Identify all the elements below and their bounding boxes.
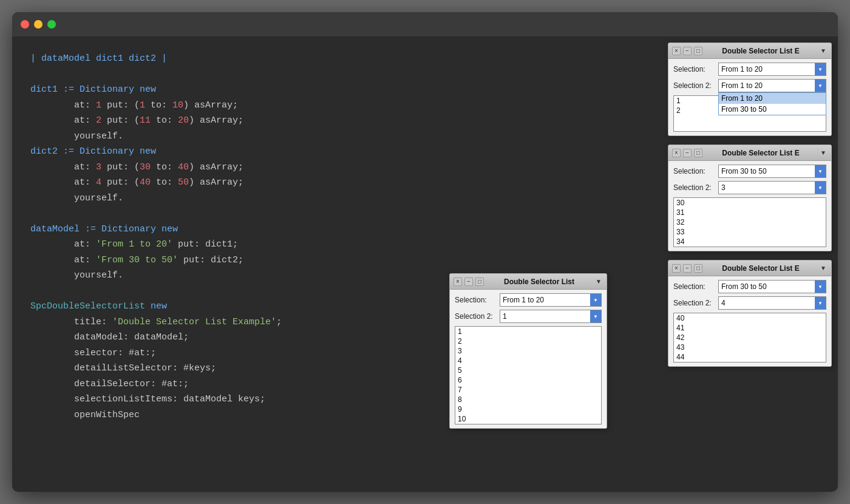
panel2-selection2-label: Selection 2:	[673, 183, 716, 192]
list-item[interactable]: 9	[455, 404, 601, 414]
panel1-restore-btn[interactable]: □	[694, 47, 702, 55]
code-line: at: 'From 1 to 20' put: dict1;	[30, 237, 650, 253]
panel3-selection-arrow[interactable]: ▼	[815, 281, 826, 293]
list-item[interactable]: 41	[674, 323, 826, 333]
main-panel-selection2-dropdown[interactable]: 1 ▼	[500, 310, 602, 323]
main-panel-close-btn[interactable]: ×	[454, 278, 462, 286]
code-line	[30, 206, 650, 222]
code-line	[30, 67, 650, 83]
main-panel-selection2-value: 1	[500, 312, 590, 321]
panel2-list[interactable]: 3031323334	[673, 197, 826, 247]
main-panel-minimize-btn[interactable]: −	[464, 278, 473, 286]
panel2-restore-btn[interactable]: □	[694, 149, 702, 157]
minimize-button[interactable]	[34, 20, 42, 29]
main-panel-dropdown-btn[interactable]: ▼	[594, 278, 603, 286]
main-panel-selection-dropdown[interactable]: From 1 to 20 ▼	[500, 293, 602, 307]
panel3-selection2-arrow[interactable]: ▼	[815, 297, 826, 309]
panel2-selection-dropdown[interactable]: From 30 to 50 ▼	[718, 165, 826, 178]
list-item[interactable]: 1	[455, 327, 601, 336]
content-area: | dataModel dict1 dict2 | dict1 := Dicti…	[12, 36, 838, 492]
list-item[interactable]: 8	[455, 395, 601, 404]
list-item[interactable]: 5	[455, 366, 601, 375]
panel2-title: Double Selector List E	[705, 149, 817, 157]
list-item[interactable]: 2	[455, 336, 601, 346]
panel1-selection2-value: From 1 to 20	[719, 81, 815, 90]
list-item[interactable]: 10	[455, 414, 601, 424]
panel1-dropdown-btn[interactable]: ▼	[819, 47, 828, 55]
panel3-title: Double Selector List E	[705, 264, 817, 273]
list-item[interactable]: 34	[674, 237, 826, 247]
panel1-selection-row: Selection: From 1 to 20 ▼	[673, 63, 826, 76]
panel1-open-dropdown[interactable]: From 1 to 20 From 30 to 50	[718, 92, 826, 115]
panel2-body: Selection: From 30 to 50 ▼ Selection 2: …	[668, 161, 831, 251]
code-line: at: 2 put: (11 to: 20) asArray;	[30, 113, 650, 129]
list-item[interactable]: 44	[674, 352, 826, 362]
list-item[interactable]: 40	[674, 313, 826, 323]
code-line: at: 4 put: (40 to: 50) asArray;	[30, 175, 650, 191]
list-item[interactable]: 7	[455, 385, 601, 395]
list-item[interactable]: 43	[674, 342, 826, 352]
panel2-dropdown-btn[interactable]: ▼	[819, 149, 828, 157]
panel1-close-btn[interactable]: ×	[672, 47, 681, 55]
panel2-minimize-btn[interactable]: −	[683, 149, 692, 157]
list-item[interactable]: 30	[674, 198, 826, 208]
panel2-selection2-row: Selection 2: 3 ▼	[673, 181, 826, 194]
panel2: × − □ Double Selector List E ▼ Selection…	[668, 145, 832, 251]
panel3-minimize-btn[interactable]: −	[683, 264, 692, 273]
panel2-selection2-dropdown[interactable]: 3 ▼	[718, 181, 826, 194]
panel3-selection-row: Selection: From 30 to 50 ▼	[673, 280, 826, 293]
panel2-selection2-value: 3	[719, 183, 815, 192]
panel1-selection2-dropdown[interactable]: From 1 to 20 ▼	[718, 79, 826, 92]
panel3-selection2-row: Selection 2: 4 ▼	[673, 296, 826, 310]
panel2-selection-label: Selection:	[673, 167, 716, 175]
panel1: × − □ Double Selector List E ▼ Selection…	[668, 43, 832, 136]
main-panel-restore-btn[interactable]: □	[475, 278, 484, 286]
list-item[interactable]: 6	[455, 375, 601, 385]
list-item[interactable]: 32	[674, 217, 826, 227]
close-button[interactable]	[21, 20, 29, 29]
panel1-dd-item2[interactable]: From 30 to 50	[719, 104, 826, 115]
main-selector-panel: × − □ Double Selector List ▼ Selection: …	[449, 273, 607, 429]
panel3-list[interactable]: 4041424344	[673, 313, 826, 363]
panel3: × − □ Double Selector List E ▼ Selection…	[668, 260, 832, 367]
list-item[interactable]: 4	[455, 356, 601, 366]
panel2-selection-value: From 30 to 50	[719, 167, 815, 175]
panel1-selection2-arrow[interactable]: ▼	[815, 80, 826, 92]
main-panel-selection2-arrow[interactable]: ▼	[590, 310, 601, 322]
list-item[interactable]: 33	[674, 227, 826, 237]
panel1-selection2-row: Selection 2: From 1 to 20 ▼ From 1 to 20…	[673, 79, 826, 92]
app-window: | dataModel dict1 dict2 | dict1 := Dicti…	[12, 12, 838, 492]
main-panel-title-bar: × − □ Double Selector List ▼	[450, 274, 607, 290]
panel2-selection-arrow[interactable]: ▼	[815, 165, 826, 177]
panel1-body: Selection: From 1 to 20 ▼ Selection 2: F…	[668, 59, 831, 135]
panel1-selection-dropdown[interactable]: From 1 to 20 ▼	[718, 63, 826, 76]
code-line: dict2 := Dictionary new	[30, 144, 650, 160]
maximize-button[interactable]	[47, 20, 56, 29]
panel1-dd-item1[interactable]: From 1 to 20	[719, 93, 826, 104]
code-line: | dataModel dict1 dict2 |	[30, 51, 650, 67]
panel3-close-btn[interactable]: ×	[672, 264, 681, 273]
main-panel-selection-row: Selection: From 1 to 20 ▼	[455, 293, 602, 307]
code-line: dict1 := Dictionary new	[30, 82, 650, 98]
code-line: at: 3 put: (30 to: 40) asArray;	[30, 160, 650, 175]
list-item[interactable]: 42	[674, 333, 826, 342]
panel2-title-bar: × − □ Double Selector List E ▼	[668, 145, 831, 161]
panel1-selection2-label: Selection 2:	[673, 81, 716, 90]
list-item[interactable]: 31	[674, 208, 826, 217]
panel3-dropdown-btn[interactable]: ▼	[819, 264, 828, 273]
panel3-selection-dropdown[interactable]: From 30 to 50 ▼	[718, 280, 826, 293]
panel3-selection2-dropdown[interactable]: 4 ▼	[718, 296, 826, 310]
panel1-title: Double Selector List E	[705, 47, 817, 55]
panel3-restore-btn[interactable]: □	[694, 264, 702, 273]
panel2-close-btn[interactable]: ×	[672, 149, 681, 157]
panel1-selection-arrow[interactable]: ▼	[815, 63, 826, 75]
panel2-selection2-arrow[interactable]: ▼	[815, 182, 826, 194]
panel3-title-bar: × − □ Double Selector List E ▼	[668, 261, 831, 276]
panel3-selection2-label: Selection 2:	[673, 299, 716, 307]
list-item[interactable]: 3	[455, 346, 601, 356]
main-panel-selection-arrow[interactable]: ▼	[590, 294, 601, 306]
main-panel-list[interactable]: 12345678910	[455, 326, 602, 424]
panel1-minimize-btn[interactable]: −	[683, 47, 692, 55]
panel1-title-bar: × − □ Double Selector List E ▼	[668, 43, 831, 59]
main-panel-selection2-label: Selection 2:	[455, 312, 497, 321]
